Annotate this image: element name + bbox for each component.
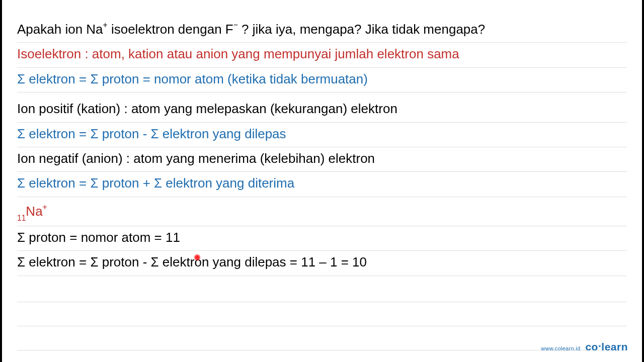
question-line: Apakah ion Na+ isoelektron dengan F− ? j… [17,20,627,43]
definition-line: Isoelektron : atom, kation atau anion ya… [17,45,627,67]
footer: www.colearn.id co·learn [541,341,628,353]
element-symbol: Na [26,204,42,219]
logo-part: co [585,341,598,352]
kation-line: Ion positif (kation) : atom yang melepas… [17,100,627,122]
text-part: ? jika iya, mengapa? Jika tidak mengapa? [238,22,485,37]
equation-line-2: Σ elektron = Σ proton - Σ elektron yang … [17,125,627,147]
na-symbol-line: 11Na+ [17,199,627,226]
text-part: isoelektron dengan F [108,22,233,37]
superscript: + [43,203,47,211]
equation-line-1: Σ elektron = Σ proton = nomor atom (keti… [17,70,627,93]
laser-pointer-icon [194,254,201,261]
footer-logo: co·learn [585,341,628,353]
electron-calc-line: Σ elektron = Σ proton - Σ elektron yang … [17,253,627,276]
proton-line: Σ proton = nomor atom = 11 [17,228,627,251]
logo-part: learn [601,341,628,352]
text-part: Apakah ion Na [17,22,103,37]
spacer [17,95,627,100]
empty-ruled-line [17,302,627,326]
equation-line-3: Σ elektron = Σ proton + Σ elektron yang … [17,174,627,197]
empty-ruled-line [17,326,627,350]
footer-url: www.colearn.id [541,345,580,351]
superscript: − [233,21,238,29]
logo-dot: · [598,340,601,351]
anion-line: Ion negatif (anion) : atom yang menerima… [17,149,627,172]
empty-ruled-line [17,278,627,302]
subscript: 11 [17,214,26,222]
document-page: Apakah ion Na+ isoelektron dengan F− ? j… [0,0,644,362]
superscript: + [103,21,108,29]
